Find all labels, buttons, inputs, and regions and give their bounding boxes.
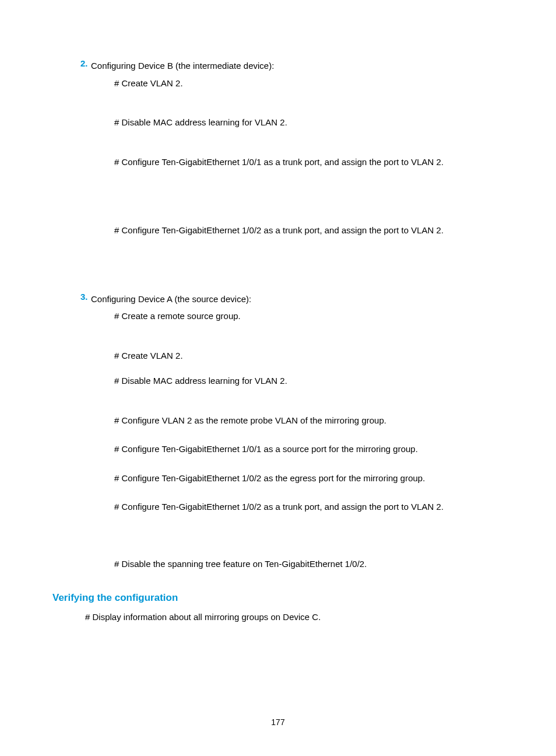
verify-line: # Display information about all mirrorin…	[85, 610, 504, 625]
step3-line-4: # Configure Ten-GigabitEthernet 1/0/1 as…	[114, 442, 504, 457]
list-body: Configuring Device B (the intermediate d…	[91, 58, 504, 74]
page-content: 2. Configuring Device B (the intermediat…	[0, 0, 556, 625]
step3-line-0: # Create a remote source group.	[114, 309, 504, 324]
step2-line-1: # Disable MAC address learning for VLAN …	[114, 115, 504, 130]
section-heading-verify: Verifying the configuration	[52, 592, 504, 604]
step3-line-6: # Configure Ten-GigabitEthernet 1/0/2 as…	[114, 499, 504, 514]
step3-line-5: # Configure Ten-GigabitEthernet 1/0/2 as…	[114, 471, 504, 486]
page-number: 177	[0, 718, 556, 727]
list-item-2: 2. Configuring Device B (the intermediat…	[52, 58, 504, 74]
step2-line-3: # Configure Ten-GigabitEthernet 1/0/2 as…	[114, 223, 504, 238]
list-number: 3.	[52, 292, 91, 307]
step3-line-7: # Disable the spanning tree feature on T…	[114, 556, 504, 572]
step2-line-2: # Configure Ten-GigabitEthernet 1/0/1 as…	[114, 155, 504, 170]
list-body: Configuring Device A (the source device)…	[91, 292, 504, 307]
step3-line-1: # Create VLAN 2.	[114, 348, 504, 363]
step3-line-3: # Configure VLAN 2 as the remote probe V…	[114, 413, 504, 428]
list-number: 2.	[52, 58, 91, 74]
list-item-3: 3. Configuring Device A (the source devi…	[52, 292, 504, 307]
step2-line-0: # Create VLAN 2.	[114, 76, 504, 91]
step3-line-2: # Disable MAC address learning for VLAN …	[114, 373, 504, 388]
